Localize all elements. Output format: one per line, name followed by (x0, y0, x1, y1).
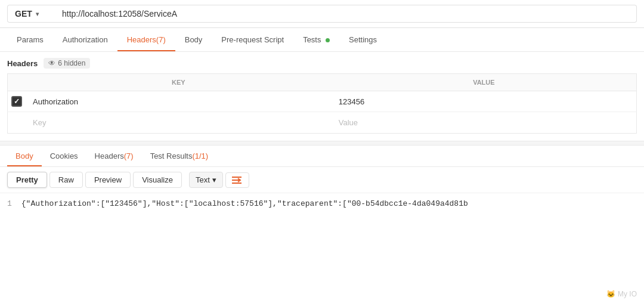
resp-tab-test-results[interactable]: Test Results(1/1) (142, 146, 217, 166)
value-cell: 123456 (332, 91, 637, 112)
placeholder-row: Key Value (8, 112, 637, 134)
placeholder-value[interactable]: Value (332, 112, 637, 134)
response-section: Body Cookies Headers(7) Test Results(1/1… (0, 146, 644, 214)
kv-table: KEY VALUE Authorization 123456 Key Value (7, 73, 637, 134)
col-header-value: VALUE (332, 74, 637, 91)
tab-body[interactable]: Body (175, 28, 212, 51)
headers-label: Headers (7, 59, 38, 68)
resp-tab-cookies[interactable]: Cookies (42, 146, 86, 166)
wrap-button[interactable] (225, 172, 249, 188)
checkbox[interactable] (11, 96, 22, 107)
hidden-count: 6 hidden (58, 59, 85, 67)
line-number: 1 (7, 199, 12, 208)
fmt-preview-button[interactable]: Preview (85, 172, 131, 188)
fmt-visualize-button[interactable]: Visualize (133, 172, 182, 188)
request-tabs: Params Authorization Headers(7) Body Pre… (0, 28, 644, 52)
tab-pre-request-script[interactable]: Pre-request Script (212, 28, 293, 51)
checkbox-cell[interactable] (8, 91, 26, 112)
type-chevron: ▾ (212, 175, 216, 184)
fmt-pretty-button[interactable]: Pretty (7, 172, 47, 188)
tab-tests[interactable]: Tests (293, 28, 339, 51)
type-dropdown[interactable]: Text ▾ (189, 172, 223, 188)
url-bar: GET ▾ (0, 0, 644, 28)
key-cell: Authorization (26, 91, 332, 112)
method-chevron: ▾ (36, 11, 39, 17)
table-row: Authorization 123456 (8, 91, 637, 112)
response-body: 1 {"Authorization":["123456"],"Host":["l… (0, 193, 644, 214)
code-content: {"Authorization":["123456"],"Host":["loc… (21, 199, 468, 208)
watermark-text: My IO (618, 290, 637, 298)
eye-icon: 👁 (48, 59, 55, 67)
section-divider (0, 141, 644, 146)
type-label: Text (196, 175, 210, 184)
tab-authorization[interactable]: Authorization (53, 28, 117, 51)
headers-label-row: Headers 👁 6 hidden (7, 58, 637, 69)
fmt-raw-button[interactable]: Raw (49, 172, 83, 188)
wrap-icon (232, 176, 243, 184)
response-tabs: Body Cookies Headers(7) Test Results(1/1… (0, 146, 644, 167)
resp-tab-body[interactable]: Body (7, 146, 42, 166)
tab-headers[interactable]: Headers(7) (117, 28, 175, 51)
method-label: GET (15, 9, 32, 18)
watermark-icon: 🐱 (606, 290, 615, 298)
hidden-badge[interactable]: 👁 6 hidden (44, 58, 90, 69)
url-input[interactable] (55, 5, 637, 23)
placeholder-key[interactable]: Key (26, 112, 332, 134)
tab-params[interactable]: Params (7, 28, 53, 51)
headers-section: Headers 👁 6 hidden KEY VALUE Authorizati… (0, 52, 644, 134)
tab-settings[interactable]: Settings (339, 28, 386, 51)
col-header-key: KEY (26, 74, 332, 91)
method-selector[interactable]: GET ▾ (7, 5, 55, 23)
format-bar: Pretty Raw Preview Visualize Text ▾ (0, 167, 644, 193)
resp-tab-headers[interactable]: Headers(7) (86, 146, 142, 166)
watermark: 🐱 My IO (606, 290, 637, 298)
tests-dot (326, 38, 330, 42)
